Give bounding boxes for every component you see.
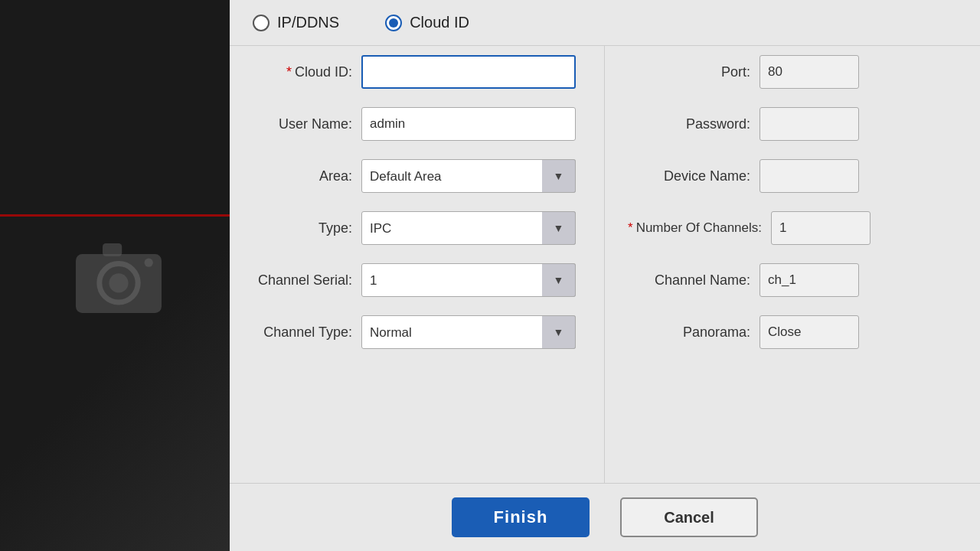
cancel-button[interactable]: Cancel xyxy=(620,497,758,537)
svg-point-4 xyxy=(145,259,153,267)
channel-serial-select[interactable]: 1 2 3 4 xyxy=(361,263,576,297)
device-name-input[interactable] xyxy=(760,159,859,193)
cloud-id-option[interactable]: Cloud ID xyxy=(385,14,469,31)
area-select-wrap: Default Area Area 1 Area 2 xyxy=(361,159,576,193)
number-of-channels-input[interactable] xyxy=(771,211,871,245)
svg-point-2 xyxy=(109,273,128,292)
finish-button[interactable]: Finish xyxy=(452,497,590,537)
connection-type-selector: IP/DDNS Cloud ID xyxy=(230,0,980,46)
form-grid: *Cloud ID: User Name: Area: Default Area… xyxy=(230,46,980,483)
device-name-label-text: Device Name: xyxy=(628,168,750,184)
number-of-channels-row: *Number Of Channels: xyxy=(628,202,980,254)
ip-ddns-label: IP/DDNS xyxy=(277,14,339,31)
decorative-red-line xyxy=(0,214,237,217)
device-name-row: Device Name: xyxy=(628,150,980,202)
cloud-id-radio[interactable] xyxy=(385,15,402,31)
svg-rect-3 xyxy=(103,243,122,256)
channels-required-star: * xyxy=(628,220,633,235)
channel-serial-select-wrap: 1 2 3 4 xyxy=(361,263,576,297)
username-label-text: User Name: xyxy=(230,116,352,132)
background-panel xyxy=(0,0,237,551)
left-form-column: *Cloud ID: User Name: Area: Default Area… xyxy=(230,46,605,483)
cloud-id-label-text: *Cloud ID: xyxy=(230,64,352,80)
area-label-text: Area: xyxy=(230,168,352,184)
dialog-footer: Finish Cancel xyxy=(230,483,980,551)
area-select[interactable]: Default Area Area 1 Area 2 xyxy=(361,159,576,193)
password-row: Password: xyxy=(628,98,980,150)
cloud-id-row: *Cloud ID: xyxy=(230,46,589,98)
channel-name-row: Channel Name: xyxy=(628,254,980,306)
username-input[interactable] xyxy=(361,107,576,141)
cloud-id-input[interactable] xyxy=(361,55,576,89)
channel-type-select[interactable]: Normal Fisheye Panorama xyxy=(361,315,576,349)
username-row: User Name: xyxy=(230,98,589,150)
panorama-input[interactable] xyxy=(760,315,859,349)
area-row: Area: Default Area Area 1 Area 2 xyxy=(230,150,589,202)
channel-name-label-text: Channel Name: xyxy=(628,272,750,289)
panorama-row: Panorama: xyxy=(628,306,980,358)
panorama-label-text: Panorama: xyxy=(628,324,750,341)
channel-serial-label-text: Channel Serial: xyxy=(230,272,352,289)
type-label-text: Type: xyxy=(230,220,352,236)
right-form-column: Port: Password: Device Name: *Number Of … xyxy=(605,46,980,483)
cloud-id-radio-dot xyxy=(389,18,398,28)
port-input[interactable] xyxy=(760,55,859,89)
type-row: Type: IPC NVR DVR xyxy=(230,202,589,254)
port-label-text: Port: xyxy=(628,64,750,80)
type-select[interactable]: IPC NVR DVR xyxy=(361,211,576,245)
number-of-channels-label-text: *Number Of Channels: xyxy=(628,220,762,236)
channel-type-label-text: Channel Type: xyxy=(230,324,352,341)
ip-ddns-radio[interactable] xyxy=(253,15,270,31)
main-dialog: IP/DDNS Cloud ID *Cloud ID: User Name: xyxy=(230,0,980,551)
password-input[interactable] xyxy=(760,107,859,141)
camera-bg-icon xyxy=(65,222,172,329)
ip-ddns-option[interactable]: IP/DDNS xyxy=(253,14,339,31)
cloud-id-label: Cloud ID xyxy=(410,14,469,31)
type-select-wrap: IPC NVR DVR xyxy=(361,211,576,245)
cloud-id-required-star: * xyxy=(286,64,292,80)
channel-type-row: Channel Type: Normal Fisheye Panorama xyxy=(230,306,589,358)
channel-serial-row: Channel Serial: 1 2 3 4 xyxy=(230,254,589,306)
port-row: Port: xyxy=(628,46,980,98)
password-label-text: Password: xyxy=(628,116,750,132)
channel-type-select-wrap: Normal Fisheye Panorama xyxy=(361,315,576,349)
channel-name-input[interactable] xyxy=(760,263,859,297)
